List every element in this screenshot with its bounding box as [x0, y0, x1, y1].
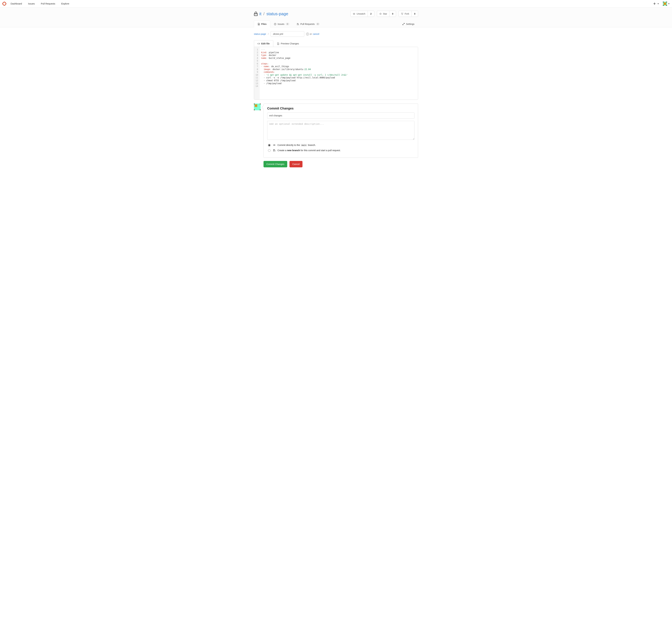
svg-point-20	[274, 145, 275, 146]
site-logo[interactable]	[2, 2, 6, 6]
svg-point-18	[297, 24, 297, 25]
commit-option-direct-branch: main	[300, 144, 307, 147]
tab-issues-count: 0	[286, 23, 289, 25]
tab-edit-file-label: Edit file	[261, 42, 270, 45]
svg-point-21	[273, 149, 274, 150]
fork-icon	[401, 13, 403, 15]
commit-option-new-branch-radio[interactable]	[268, 149, 271, 152]
svg-point-17	[297, 23, 297, 24]
info-icon[interactable]: i	[306, 33, 309, 36]
watch-count[interactable]: 2	[368, 11, 374, 17]
svg-point-12	[401, 13, 402, 13]
svg-rect-8	[255, 14, 256, 14]
or-text: or	[310, 33, 312, 35]
tab-pull-requests[interactable]: Pull Requests 0	[293, 21, 323, 27]
tab-prs-label: Pull Requests	[300, 23, 315, 25]
svg-point-19	[298, 24, 299, 25]
caret-down-icon: ▼	[657, 3, 659, 5]
svg-rect-2	[4, 5, 4, 6]
nav-explore[interactable]: Explore	[61, 2, 69, 5]
top-nav: Dashboard Issues Pull Requests Explore ▼…	[0, 0, 672, 8]
tab-settings-label: Settings	[406, 23, 414, 25]
commit-changes-button[interactable]: Commit Changes	[264, 161, 287, 167]
breadcrumb-root[interactable]: status-page	[254, 33, 266, 35]
commit-title: Commit Changes	[267, 107, 414, 110]
svg-point-11	[354, 13, 354, 14]
commit-summary-input[interactable]	[267, 112, 414, 119]
code-icon	[258, 42, 260, 45]
svg-rect-3	[2, 3, 3, 4]
commit-icon	[273, 144, 275, 146]
path-separator: /	[263, 11, 265, 16]
svg-point-14	[402, 14, 402, 15]
repo-title: it / status-page	[254, 11, 288, 16]
svg-rect-10	[257, 14, 257, 14]
nav-dashboard[interactable]: Dashboard	[11, 2, 22, 5]
breadcrumb-separator: /	[268, 33, 269, 35]
fork-button[interactable]: Fork 0	[399, 11, 418, 17]
cancel-link[interactable]: cancel	[313, 33, 319, 35]
commit-option-new-bold: new branch	[287, 149, 300, 152]
svg-point-5	[4, 3, 5, 4]
star-button[interactable]: Star 0	[377, 11, 396, 17]
commit-user-avatar-icon	[254, 104, 260, 110]
user-menu[interactable]: ▼	[663, 2, 670, 6]
watch-button[interactable]: Unwatch 2	[350, 11, 374, 17]
commit-panel: Commit Changes Commit directly to the ma…	[264, 104, 418, 158]
commit-option-direct-radio[interactable]	[268, 144, 271, 147]
pr-icon	[297, 23, 299, 25]
create-menu[interactable]: ▼	[654, 3, 659, 5]
tab-preview-changes[interactable]: Preview Changes	[273, 40, 303, 47]
tab-settings[interactable]: Settings	[399, 21, 418, 27]
filename-input[interactable]	[271, 31, 304, 37]
watch-label: Unwatch	[357, 13, 365, 15]
tab-files-label: Files	[261, 23, 267, 25]
tab-issues-label: Issues	[278, 23, 284, 25]
commit-option-direct-post: branch.	[308, 144, 315, 146]
commit-description-textarea[interactable]	[267, 121, 414, 140]
pr-icon	[273, 149, 275, 152]
svg-rect-7	[255, 14, 255, 14]
tools-icon	[402, 23, 405, 25]
svg-rect-6	[254, 13, 257, 16]
tab-files[interactable]: Files	[254, 21, 270, 27]
star-count[interactable]: 0	[389, 11, 396, 17]
tab-prs-count: 0	[316, 23, 320, 25]
repo-tabs: Files Issues 0 Pull Requests 0 Settings	[254, 21, 418, 27]
tab-edit-file[interactable]: Edit file	[254, 40, 273, 47]
svg-rect-9	[256, 14, 256, 14]
fork-count[interactable]: 0	[412, 11, 418, 17]
code-editor[interactable]: 1234567891011121314 --- kind: pipeline t…	[254, 47, 418, 100]
star-icon	[379, 13, 382, 15]
file-icon	[258, 23, 260, 25]
caret-down-icon: ▼	[668, 3, 670, 5]
repo-name-link[interactable]: status-page	[266, 11, 288, 16]
user-avatar-icon	[663, 2, 667, 6]
svg-point-16	[275, 24, 275, 25]
svg-rect-4	[5, 3, 6, 4]
nav-pull-requests[interactable]: Pull Requests	[41, 2, 55, 5]
code-content[interactable]: --- kind: pipeline type: docker name: bu…	[259, 47, 418, 99]
svg-point-13	[403, 13, 403, 13]
svg-point-23	[274, 151, 275, 151]
commit-option-direct-pre: Commit directly to the	[278, 144, 300, 146]
eye-icon	[353, 13, 355, 15]
commit-option-new-post: for this commit and start a pull request…	[300, 149, 341, 152]
issue-icon	[274, 23, 276, 25]
nav-issues[interactable]: Issues	[28, 2, 35, 5]
commit-option-new-branch[interactable]: Create a new branch for this commit and …	[267, 149, 414, 152]
tab-issues[interactable]: Issues 0	[270, 21, 293, 27]
cancel-button[interactable]: Cancel	[290, 161, 303, 167]
repo-owner-link[interactable]: it	[259, 11, 261, 16]
commit-option-new-pre: Create a	[278, 149, 287, 152]
tab-preview-changes-label: Preview Changes	[281, 42, 299, 45]
diff-icon	[277, 42, 279, 45]
code-gutter: 1234567891011121314	[254, 47, 259, 99]
star-label: Star	[383, 13, 387, 15]
commit-option-direct[interactable]: Commit directly to the main branch.	[267, 144, 414, 147]
lock-icon	[254, 12, 258, 16]
fork-label: Fork	[405, 13, 409, 15]
svg-point-22	[273, 151, 274, 151]
svg-rect-1	[4, 2, 4, 2]
